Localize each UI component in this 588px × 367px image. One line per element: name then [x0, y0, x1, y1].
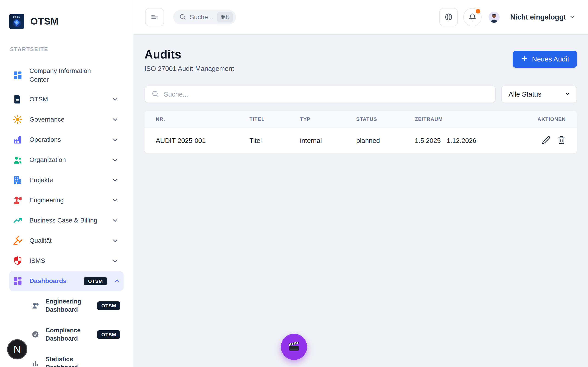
globe-icon: [444, 13, 453, 22]
user-menu[interactable]: Nicht eingeloggt: [510, 13, 575, 21]
document-icon: [12, 94, 23, 105]
row-actions: [542, 136, 566, 146]
sidebar-item-label: ISMS: [29, 257, 105, 265]
factory-icon: [12, 134, 23, 145]
search-icon: [151, 90, 159, 99]
trash-icon: [557, 136, 566, 146]
chevron-down-icon: [112, 96, 119, 103]
chevron-down-icon: [112, 156, 119, 163]
sidebar-item-otsm[interactable]: OTSM: [9, 89, 124, 109]
menu-button[interactable]: [145, 8, 164, 26]
sidebar-item-projekte[interactable]: Projekte: [9, 170, 124, 190]
col-aktionen: AKTIONEN: [537, 116, 566, 122]
col-titel: TITEL: [250, 116, 300, 122]
sidebar: OTSM OTSM STARTSEITE Company Information…: [0, 0, 133, 367]
check-circle-icon: [31, 330, 40, 339]
chevron-down-icon: [112, 217, 119, 224]
sidebar-item-engineering[interactable]: Engineering: [9, 190, 124, 210]
grid-icon: [12, 70, 23, 81]
sidebar-item-governance[interactable]: Governance: [9, 109, 124, 130]
users-icon: [12, 155, 23, 165]
otsm-badge: OTSM: [97, 330, 120, 339]
page-head: Audits ISO 27001 Audit-Management Neues …: [145, 48, 577, 73]
language-button[interactable]: [439, 8, 458, 26]
chevron-down-icon: [569, 14, 575, 21]
sidebar-section-label: STARTSEITE: [10, 46, 133, 52]
devtools-badge[interactable]: N: [7, 339, 27, 359]
main-area: Suche... ⌘K: [133, 0, 588, 367]
chevron-down-icon: [112, 197, 119, 204]
sidebar-subitem-engineering-dashboard[interactable]: Engineering Dashboard OTSM: [9, 291, 124, 320]
col-zeitraum: ZEITRAUM: [415, 116, 530, 122]
audits-table: NR. TITEL TYP STATUS ZEITRAUM AKTIONEN A…: [145, 111, 577, 153]
sidebar-item-qualität[interactable]: Qualität: [9, 231, 124, 251]
sidebar-subitem-label: Engineering Dashboard: [45, 297, 90, 314]
sidebar-item-operations[interactable]: Operations: [9, 130, 124, 150]
app-window: OTSM OTSM STARTSEITE Company Information…: [0, 0, 588, 367]
sidebar-item-label: OTSM: [29, 95, 105, 104]
col-nr: NR.: [156, 116, 250, 122]
grid-icon: [12, 276, 23, 286]
svg-text:OTSM: OTSM: [13, 16, 20, 18]
page-subtitle: ISO 27001 Audit-Management: [145, 65, 234, 73]
brand-name: OTSM: [30, 16, 59, 27]
new-audit-button[interactable]: Neues Audit: [513, 51, 577, 68]
search-shortcut-chip: ⌘K: [217, 12, 233, 23]
brand-row: OTSM OTSM: [0, 0, 133, 29]
notification-dot: [476, 9, 480, 14]
cell-status: planned: [356, 137, 415, 144]
sidebar-subitem-label: Compliance Dashboard: [45, 326, 90, 343]
sidebar-item-label: Business Case & Billing: [29, 216, 105, 225]
topbar-right: Nicht eingeloggt: [439, 8, 575, 26]
sidebar-item-label: Qualität: [29, 236, 105, 245]
otsm-badge: OTSM: [97, 301, 120, 310]
delete-button[interactable]: [557, 136, 566, 146]
sidebar-item-label: Operations: [29, 135, 105, 144]
sidebar-subitem-label: Statistics Dashboard: [45, 355, 95, 367]
global-search[interactable]: Suche... ⌘K: [173, 10, 236, 24]
cell-typ: internal: [300, 137, 356, 144]
sidebar-item-company-information-center[interactable]: Company Information Center: [9, 61, 124, 89]
chevron-down-icon: [565, 91, 571, 98]
trend-icon: [12, 215, 23, 226]
status-filter-value: Alle Status: [509, 90, 541, 98]
engineer-icon: [12, 195, 23, 206]
chevron-down-icon: [112, 177, 119, 184]
gavel-icon: [12, 235, 23, 246]
edit-button[interactable]: [542, 136, 550, 146]
status-filter-select[interactable]: Alle Status: [501, 85, 577, 103]
plus-icon: [520, 55, 528, 64]
content: Audits ISO 27001 Audit-Management Neues …: [133, 35, 588, 367]
user-label: Nicht eingeloggt: [510, 13, 566, 21]
sidebar-item-organization[interactable]: Organization: [9, 150, 124, 170]
sidebar-item-label: Engineering: [29, 196, 105, 205]
chevron-down-icon: [112, 257, 119, 264]
cell-zeitraum: 1.5.2025 - 1.12.2026: [415, 137, 530, 144]
cell-titel: Titel: [250, 137, 300, 144]
sidebar-item-label: Projekte: [29, 176, 105, 184]
search-icon: [179, 13, 186, 21]
filter-row: Suche... Alle Status: [145, 85, 577, 103]
sidebar-nav: Company Information Center OTSM Governan…: [0, 61, 133, 367]
building-icon: [12, 175, 23, 185]
sidebar-item-dashboards[interactable]: Dashboards OTSM: [9, 271, 124, 291]
sidebar-item-label: Organization: [29, 156, 105, 164]
sidebar-item-isms[interactable]: ISMS: [9, 251, 124, 271]
bar-chart-icon: [31, 359, 40, 367]
sidebar-item-label: Dashboards: [29, 277, 78, 285]
engineer-icon: [31, 301, 40, 310]
chevron-down-icon: [112, 116, 119, 123]
sun-icon: [12, 114, 23, 125]
user-avatar[interactable]: [489, 12, 500, 23]
sidebar-item-business-case-billing[interactable]: Business Case & Billing: [9, 210, 124, 231]
recorder-fab[interactable]: [281, 334, 307, 360]
menu-icon: [150, 13, 159, 22]
table-row[interactable]: AUDIT-2025-001 Titel internal planned 1.…: [145, 128, 577, 153]
shield-icon: [12, 256, 23, 266]
table-body: AUDIT-2025-001 Titel internal planned 1.…: [145, 128, 577, 153]
notifications-button[interactable]: [463, 8, 482, 26]
sidebar-subitem-compliance-dashboard[interactable]: Compliance Dashboard OTSM: [9, 320, 124, 349]
sidebar-item-label: Company Information Center: [29, 67, 105, 84]
col-typ: TYP: [300, 116, 356, 122]
audit-search-input[interactable]: Suche...: [145, 85, 496, 103]
